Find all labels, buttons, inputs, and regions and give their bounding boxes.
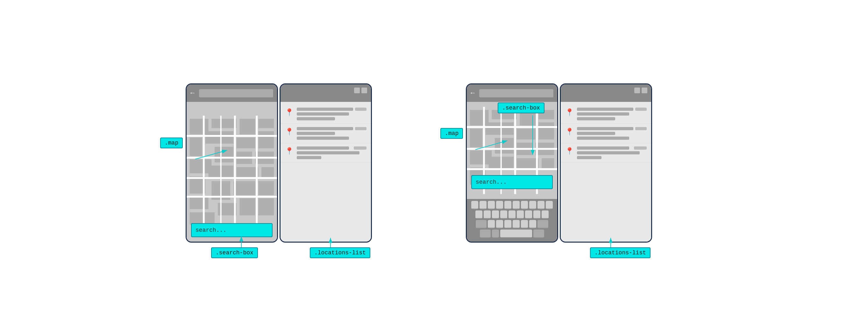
locations-list-label-bubble: .locations-list [310,248,370,258]
right-phone-header [281,85,371,102]
key[interactable] [533,210,540,219]
keyboard-row-1 [469,201,555,209]
loc-line [297,127,353,130]
key[interactable] [471,201,478,209]
key[interactable] [500,210,507,219]
loc-line [577,108,633,111]
location-text-lines [577,146,647,159]
loc-line [297,117,335,120]
loc-line [297,137,349,140]
key[interactable] [521,201,528,209]
loc-line [297,146,349,150]
map-svg [187,102,277,241]
svg-rect-6 [206,131,234,143]
pin-icon: 📍 [285,147,293,156]
svg-rect-3 [240,119,255,134]
loc-line [297,151,360,154]
diagram1-phone-left: ← [186,84,278,242]
keyboard-area [467,199,557,241]
key[interactable] [488,220,495,228]
loc-line [577,156,601,159]
key[interactable] [529,201,536,209]
main-layout: ← [0,0,868,326]
header-icon1-d2 [634,88,640,93]
key[interactable] [513,220,520,228]
svg-rect-47 [538,122,554,139]
phone-header-d2: ← [467,85,557,102]
key[interactable] [508,210,516,219]
pin-icon: 📍 [565,128,574,136]
keyboard-row-2 [469,210,555,219]
key[interactable] [475,210,483,219]
location-text-lines [297,127,367,140]
loc-line [577,151,640,154]
key[interactable] [504,201,512,209]
pin-icon: 📍 [285,108,293,117]
key[interactable] [496,220,503,228]
header-icon1 [354,88,360,93]
location-item: 📍 [561,104,651,124]
key[interactable] [521,220,528,228]
svg-rect-9 [190,159,212,173]
loc-line-end [634,146,647,150]
svg-rect-15 [237,167,258,178]
return-key[interactable] [533,230,544,238]
key[interactable] [488,201,495,209]
locations-list-d2: 📍 📍 [561,102,651,241]
loc-line-end [635,127,647,130]
key[interactable] [541,210,549,219]
pin-icon: 📍 [565,147,574,156]
location-text-lines [297,108,367,120]
emoji-key[interactable] [492,230,499,238]
key[interactable] [517,210,524,219]
location-text-lines [577,127,647,140]
key[interactable] [529,220,536,228]
location-item: 📍 [561,124,651,143]
svg-rect-49 [495,138,514,154]
loc-line-end [355,127,367,130]
key[interactable] [546,201,553,209]
phone-header: ← [187,85,277,102]
diagram2-phone-right: 📍 📍 [560,84,652,242]
numbers-key[interactable] [480,230,491,238]
key[interactable] [492,210,499,219]
key[interactable] [513,201,520,209]
loc-line [297,132,335,135]
diagram1-phone-right: 📍 📍 [280,84,372,242]
location-item: 📍 [281,104,371,124]
locations-list: 📍 📍 [281,102,371,241]
loc-line [577,127,633,130]
key[interactable] [504,220,512,228]
location-item: 📍 [281,124,371,143]
pin-icon: 📍 [565,108,574,117]
svg-rect-16 [261,167,274,178]
key[interactable] [525,210,532,219]
space-key[interactable] [500,230,532,238]
key[interactable] [484,210,491,219]
svg-rect-20 [258,181,274,195]
svg-rect-45 [486,122,514,135]
loc-line [577,146,629,150]
key[interactable] [496,201,503,209]
header-icon2 [362,88,367,93]
location-text-lines [297,146,367,159]
location-text-lines [577,108,647,120]
svg-rect-17 [190,197,209,209]
loc-line [577,117,615,120]
diagram2: ← [466,64,682,262]
back-arrow-icon: ← [190,89,194,97]
loc-line [577,132,615,135]
svg-rect-46 [517,129,535,139]
search-box-input[interactable]: search... [191,223,273,237]
shift-key[interactable] [476,220,487,228]
search-box-overlay[interactable]: search... [471,175,553,189]
right-phone-header-d2 [561,85,651,102]
search-box-label-bubble-d2: .search-box [498,102,545,113]
svg-rect-24 [258,198,274,216]
key[interactable] [537,201,545,209]
svg-rect-55 [541,158,554,169]
delete-key[interactable] [537,220,548,228]
key[interactable] [479,201,487,209]
pin-icon: 📍 [285,128,293,136]
map-area-left: search... [187,102,277,241]
